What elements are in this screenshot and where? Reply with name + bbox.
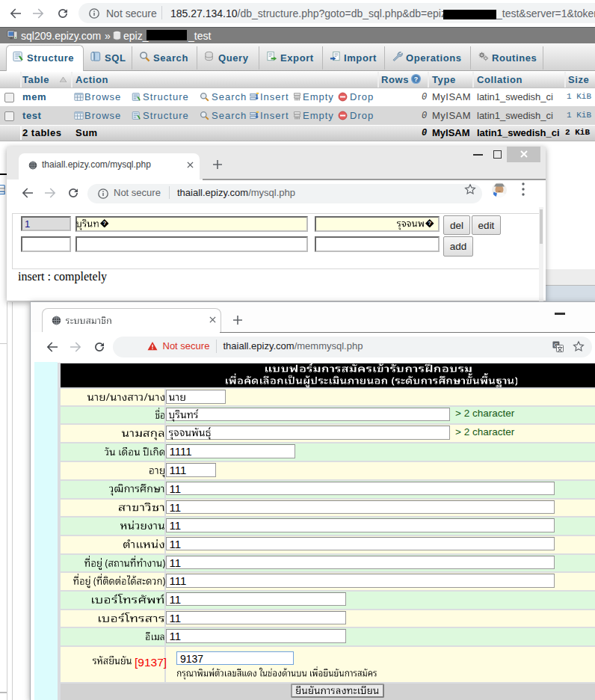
- svg-text:?: ?: [414, 76, 418, 83]
- svg-text:?: ?: [428, 220, 431, 227]
- svg-text:?: ?: [102, 220, 106, 227]
